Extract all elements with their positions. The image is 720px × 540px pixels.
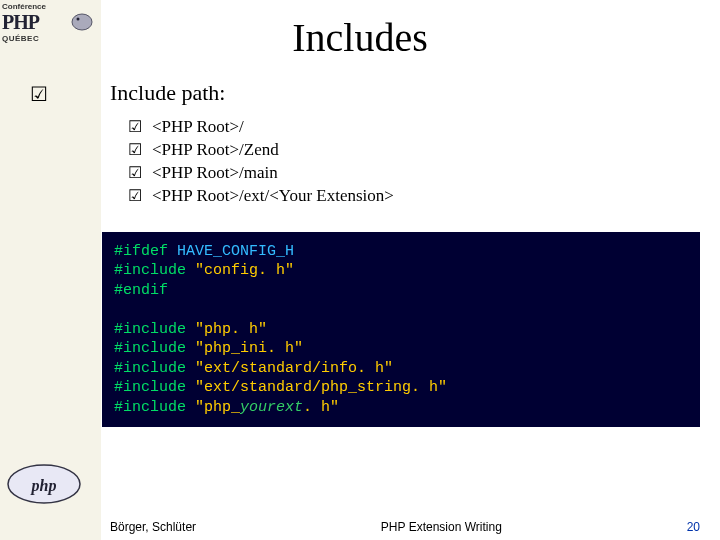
path-item: ☑ <PHP Root>/main [128, 162, 700, 185]
slide-footer: Börger, Schlüter PHP Extension Writing 2… [110, 520, 700, 534]
code-keyword: #include [114, 340, 195, 357]
svg-text:php: php [30, 477, 57, 495]
code-placeholder: yourext [240, 399, 303, 416]
checkbox-icon: ☑ [30, 82, 48, 106]
section-heading-text: Include path: [110, 80, 225, 105]
slide-content: ☑ Include path: ☑ <PHP Root>/ ☑ <PHP Roo… [110, 80, 700, 427]
footer-title: PHP Extension Writing [381, 520, 502, 534]
checkbox-icon: ☑ [128, 139, 152, 161]
code-keyword: #include [114, 321, 195, 338]
code-keyword: #include [114, 379, 195, 396]
code-string: "config. h" [195, 262, 294, 279]
include-path-list: ☑ <PHP Root>/ ☑ <PHP Root>/Zend ☑ <PHP R… [128, 116, 700, 208]
code-keyword: #endif [114, 282, 168, 299]
footer-page-number: 20 [687, 520, 700, 534]
path-text: <PHP Root>/main [152, 162, 278, 185]
footer-authors: Börger, Schlüter [110, 520, 196, 534]
code-keyword: #include [114, 262, 195, 279]
code-string: "ext/standard/php_string. h" [195, 379, 447, 396]
path-text: <PHP Root>/ [152, 116, 244, 139]
checkbox-icon: ☑ [128, 162, 152, 184]
code-string: "ext/standard/info. h" [195, 360, 393, 377]
code-string: "php. h" [195, 321, 267, 338]
slide-title: Includes [0, 14, 720, 61]
code-block: #ifdef HAVE_CONFIG_H #include "config. h… [102, 232, 700, 428]
path-text: <PHP Root>/Zend [152, 139, 279, 162]
section-heading: ☑ Include path: [110, 80, 700, 106]
code-keyword: #include [114, 399, 195, 416]
code-keyword: #ifdef [114, 243, 177, 260]
path-text: <PHP Root>/ext/<Your Extension> [152, 185, 394, 208]
path-item: ☑ <PHP Root>/ext/<Your Extension> [128, 185, 700, 208]
php-logo-icon: php [4, 462, 84, 510]
path-item: ☑ <PHP Root>/Zend [128, 139, 700, 162]
checkbox-icon: ☑ [128, 116, 152, 138]
code-string: "php_ini. h" [195, 340, 303, 357]
code-macro: HAVE_CONFIG_H [177, 243, 294, 260]
checkbox-icon: ☑ [128, 185, 152, 207]
code-string: . h" [303, 399, 339, 416]
code-string: "php_ [195, 399, 240, 416]
code-keyword: #include [114, 360, 195, 377]
path-item: ☑ <PHP Root>/ [128, 116, 700, 139]
